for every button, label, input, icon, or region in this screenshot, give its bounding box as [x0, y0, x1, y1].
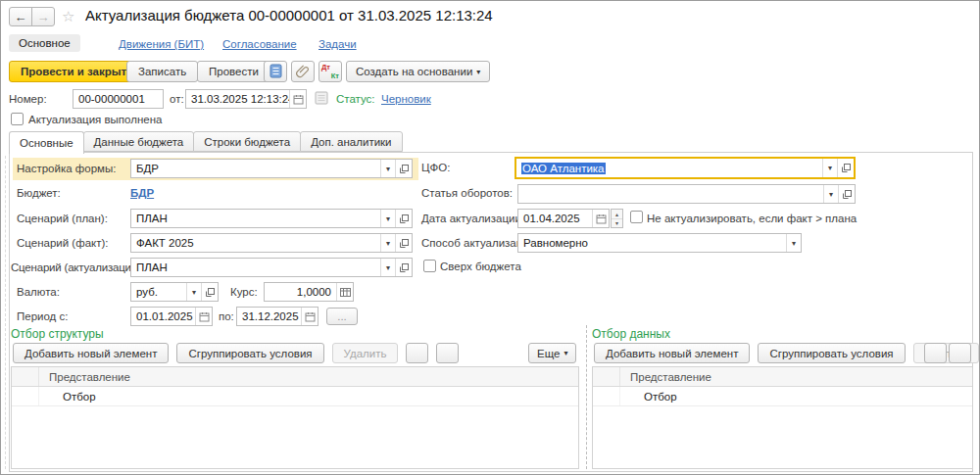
structure-selection-title: Отбор структуры — [11, 327, 104, 341]
data-move-up-button[interactable] — [924, 343, 947, 363]
sections-splitter[interactable] — [586, 325, 587, 469]
table-header-presentation: Представление — [620, 371, 711, 383]
tab-extra-analytics[interactable]: Доп. аналитики — [300, 131, 402, 152]
table-row[interactable]: Отбор — [12, 387, 578, 406]
structure-group-conditions-button[interactable]: Сгруппировать условия — [176, 343, 323, 363]
open-icon[interactable] — [837, 159, 854, 177]
actualization-method-field[interactable]: Равномерно ▾ — [517, 233, 802, 253]
tab-budget-lines[interactable]: Строки бюджета — [193, 131, 301, 152]
calendar-icon[interactable] — [195, 308, 212, 325]
data-group-conditions-button[interactable]: Сгруппировать условия — [758, 343, 905, 363]
no-actualize-checkbox[interactable] — [630, 211, 643, 223]
status-link[interactable]: Черновик — [381, 93, 431, 105]
post-button[interactable]: Провести — [197, 61, 270, 82]
dropdown-arrow-icon[interactable]: ▾ — [380, 234, 395, 252]
date-spinner[interactable]: ▴ ▾ — [611, 209, 623, 228]
create-based-on-button[interactable]: Создать на основании ▾ — [346, 61, 490, 82]
spin-up-icon: ▴ — [612, 210, 622, 219]
calculator-icon[interactable] — [336, 283, 353, 301]
budget-label: Бюджет: — [17, 187, 61, 199]
structure-more-button[interactable]: Еще ▾ — [528, 343, 576, 363]
tab-budget-data[interactable]: Данные бюджета — [83, 131, 195, 152]
list-icon-button[interactable] — [315, 91, 328, 108]
period-choose-button[interactable]: ... — [326, 308, 358, 325]
table-header: Представление — [593, 367, 972, 387]
nav-item-approval[interactable]: Согласование — [222, 38, 297, 50]
scenario-fact-field[interactable]: ФАКТ 2025 ▾ — [130, 233, 413, 253]
dropdown-arrow-icon[interactable]: ▾ — [822, 159, 837, 177]
number-input[interactable]: 00-00000001 — [73, 89, 164, 109]
cfo-selected-value: ОАО Атлантика — [521, 163, 606, 174]
table-row[interactable]: Отбор — [593, 387, 972, 406]
dropdown-arrow-icon[interactable]: ▾ — [823, 185, 838, 203]
post-and-close-button[interactable]: Провести и закрыть — [9, 61, 145, 82]
register-records-button[interactable] — [264, 61, 287, 82]
calendar-icon[interactable] — [301, 308, 318, 325]
period-from-label: Период с: — [17, 310, 68, 322]
actualization-done-checkbox[interactable] — [11, 113, 24, 125]
currency-label: Валюта: — [17, 286, 60, 298]
turnover-item-label: Статья оборотов: — [421, 187, 513, 199]
actualization-done-label: Актуализация выполнена — [28, 114, 162, 125]
open-icon[interactable] — [395, 160, 412, 177]
open-icon[interactable] — [838, 185, 855, 203]
dt-kt-button[interactable]: ДтКт — [318, 61, 342, 82]
open-icon[interactable] — [395, 234, 412, 252]
structure-move-up-button[interactable] — [406, 343, 428, 363]
budget-link[interactable]: БДР — [130, 187, 154, 199]
rate-field[interactable]: 1,0000 — [264, 282, 354, 302]
chevron-down-icon: ▾ — [564, 349, 567, 357]
scenario-actualization-field[interactable]: ПЛАН ▾ — [130, 258, 413, 277]
nav-item-movements[interactable]: Движения (БИТ) — [119, 38, 204, 50]
period-to-field[interactable]: 31.12.2025 — [236, 307, 318, 326]
favorite-star-icon[interactable]: ☆ — [62, 8, 74, 25]
form-setting-field[interactable]: БДР ▾ — [130, 159, 413, 178]
table-header: Представление — [12, 367, 578, 387]
dropdown-arrow-icon[interactable]: ▾ — [186, 283, 201, 301]
table-header-spacer — [593, 367, 620, 386]
status-label: Статус: — [336, 93, 375, 105]
calendar-icon[interactable] — [289, 90, 306, 108]
actualization-date-label: Дата актуализации: — [421, 213, 524, 224]
open-icon[interactable] — [395, 210, 412, 227]
over-budget-checkbox[interactable] — [423, 260, 436, 272]
page-title: Актуализация бюджета 00-00000001 от 31.0… — [85, 7, 493, 24]
forward-button[interactable]: → — [31, 7, 55, 26]
dropdown-arrow-icon[interactable]: ▾ — [380, 259, 395, 276]
dropdown-arrow-icon[interactable]: ▾ — [786, 234, 801, 252]
date-label: от: — [170, 93, 184, 105]
calendar-icon[interactable] — [592, 210, 609, 227]
currency-field[interactable]: руб. ▾ — [130, 282, 219, 302]
chevron-down-icon: ▾ — [476, 68, 480, 76]
data-selection-title: Отбор данных — [592, 327, 670, 341]
tab-strip: Основные Данные бюджета Строки бюджета Д… — [9, 130, 402, 152]
structure-delete-button[interactable]: Удалить — [332, 343, 399, 363]
actualization-date-field[interactable]: 01.04.2025 — [517, 209, 610, 228]
data-add-button[interactable]: Добавить новый элемент — [594, 343, 750, 363]
structure-add-button[interactable]: Добавить новый элемент — [13, 343, 169, 363]
structure-move-down-button[interactable] — [436, 343, 459, 363]
nav-item-tasks[interactable]: Задачи — [318, 38, 357, 50]
open-icon[interactable] — [395, 259, 412, 276]
register-records-icon — [270, 64, 282, 80]
open-icon[interactable] — [201, 283, 218, 301]
back-button[interactable]: ← — [9, 7, 32, 26]
data-move-down-button[interactable] — [949, 343, 971, 363]
data-selection-table: Представление Отбор — [592, 366, 973, 469]
data-selection-toolbar: Добавить новый элемент Сгруппировать усл… — [594, 343, 979, 363]
turnover-item-field[interactable]: ▾ — [517, 184, 856, 204]
paperclip-icon — [296, 64, 311, 80]
cfo-field[interactable]: ОАО Атлантика ▾ — [514, 157, 856, 179]
scenario-plan-label: Сценарий (план): — [17, 213, 108, 224]
period-from-field[interactable]: 01.01.2025 — [130, 307, 213, 326]
scenario-plan-field[interactable]: ПЛАН ▾ — [130, 209, 413, 228]
form-group-splitter[interactable] — [5, 156, 6, 469]
dropdown-arrow-icon[interactable]: ▾ — [380, 160, 395, 177]
attachments-button[interactable] — [291, 61, 315, 82]
datetime-input[interactable]: 31.03.2025 12:13:24 — [185, 89, 307, 109]
tab-main[interactable]: Основные — [9, 131, 84, 154]
nav-item-main[interactable]: Основное — [9, 34, 80, 52]
cfo-label: ЦФО: — [421, 162, 450, 173]
write-button[interactable]: Записать — [126, 61, 198, 82]
dropdown-arrow-icon[interactable]: ▾ — [380, 210, 395, 227]
